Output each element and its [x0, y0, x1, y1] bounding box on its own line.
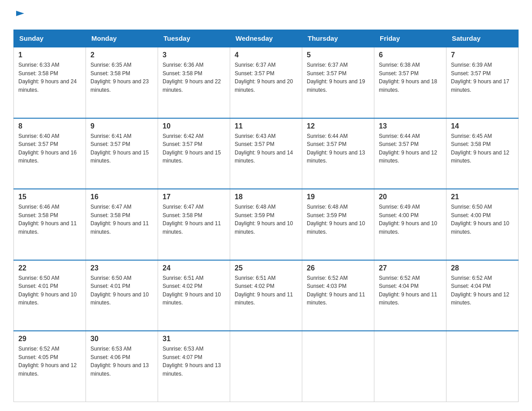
weekday-header-friday: Friday — [374, 30, 446, 47]
sunrise-label: Sunrise: 6:37 AM — [307, 62, 348, 68]
sunset-label: Sunset: 3:58 PM — [90, 212, 130, 218]
day-number: 22 — [18, 264, 81, 272]
daylight-label: Daylight: 9 hours and 11 minutes. — [379, 291, 437, 306]
sunrise-label: Sunrise: 6:33 AM — [18, 62, 59, 68]
daylight-label: Daylight: 9 hours and 10 minutes. — [90, 291, 149, 306]
sunrise-label: Sunrise: 6:40 AM — [18, 133, 59, 139]
day-info: Sunrise: 6:50 AM Sunset: 4:01 PM Dayligh… — [18, 274, 81, 307]
day-number: 14 — [451, 122, 514, 130]
sunrise-label: Sunrise: 6:42 AM — [163, 133, 203, 139]
sunset-label: Sunset: 3:59 PM — [307, 212, 347, 218]
day-number: 5 — [307, 51, 369, 59]
calendar-cell: 29 Sunrise: 6:52 AM Sunset: 4:05 PM Dayl… — [14, 331, 86, 402]
day-number: 29 — [18, 335, 81, 343]
sunset-label: Sunset: 3:58 PM — [18, 70, 58, 77]
day-number: 9 — [90, 122, 153, 130]
sunset-label: Sunset: 3:57 PM — [307, 141, 347, 147]
calendar-cell: 22 Sunrise: 6:50 AM Sunset: 4:01 PM Dayl… — [14, 260, 86, 331]
sunrise-label: Sunrise: 6:39 AM — [451, 62, 492, 68]
day-number: 20 — [379, 193, 442, 201]
day-info: Sunrise: 6:40 AM Sunset: 3:57 PM Dayligh… — [18, 132, 81, 165]
sunrise-label: Sunrise: 6:50 AM — [90, 275, 131, 281]
day-info: Sunrise: 6:50 AM Sunset: 4:01 PM Dayligh… — [90, 274, 153, 307]
calendar-week-2: 8 Sunrise: 6:40 AM Sunset: 3:57 PM Dayli… — [14, 118, 519, 189]
sunrise-label: Sunrise: 6:47 AM — [163, 204, 203, 210]
day-info: Sunrise: 6:48 AM Sunset: 3:59 PM Dayligh… — [307, 203, 369, 236]
day-info: Sunrise: 6:47 AM Sunset: 3:58 PM Dayligh… — [163, 203, 225, 236]
day-number: 23 — [90, 264, 153, 272]
day-number: 30 — [90, 335, 153, 343]
daylight-label: Daylight: 9 hours and 10 minutes. — [307, 220, 365, 235]
day-info: Sunrise: 6:51 AM Sunset: 4:02 PM Dayligh… — [235, 274, 297, 307]
calendar-cell — [374, 331, 446, 402]
sunrise-label: Sunrise: 6:48 AM — [235, 204, 275, 210]
sunrise-label: Sunrise: 6:52 AM — [307, 275, 348, 281]
sunrise-label: Sunrise: 6:45 AM — [451, 133, 492, 139]
calendar-cell: 5 Sunrise: 6:37 AM Sunset: 3:57 PM Dayli… — [302, 47, 374, 118]
sunset-label: Sunset: 3:58 PM — [90, 70, 130, 77]
day-number: 24 — [163, 264, 225, 272]
sunset-label: Sunset: 3:58 PM — [163, 70, 202, 77]
day-number: 25 — [235, 264, 297, 272]
calendar-cell — [230, 331, 302, 402]
day-info: Sunrise: 6:48 AM Sunset: 3:59 PM Dayligh… — [235, 203, 297, 236]
sunrise-label: Sunrise: 6:44 AM — [379, 133, 420, 139]
day-info: Sunrise: 6:50 AM Sunset: 4:00 PM Dayligh… — [451, 203, 514, 236]
sunset-label: Sunset: 4:07 PM — [163, 354, 202, 360]
daylight-label: Daylight: 9 hours and 23 minutes. — [90, 78, 149, 93]
sunrise-label: Sunrise: 6:36 AM — [163, 62, 203, 68]
day-number: 6 — [379, 51, 442, 59]
sunrise-label: Sunrise: 6:53 AM — [90, 346, 131, 352]
calendar-cell: 24 Sunrise: 6:51 AM Sunset: 4:02 PM Dayl… — [158, 260, 230, 331]
day-number: 16 — [90, 193, 153, 201]
calendar-cell — [446, 331, 519, 402]
day-number: 4 — [235, 51, 297, 59]
sunset-label: Sunset: 3:58 PM — [163, 212, 202, 218]
calendar-cell: 13 Sunrise: 6:44 AM Sunset: 3:57 PM Dayl… — [374, 118, 446, 189]
day-info: Sunrise: 6:52 AM Sunset: 4:04 PM Dayligh… — [379, 274, 442, 307]
day-info: Sunrise: 6:33 AM Sunset: 3:58 PM Dayligh… — [18, 61, 81, 94]
day-info: Sunrise: 6:46 AM Sunset: 3:58 PM Dayligh… — [18, 203, 81, 236]
day-number: 21 — [451, 193, 514, 201]
calendar-week-4: 22 Sunrise: 6:50 AM Sunset: 4:01 PM Dayl… — [14, 260, 519, 331]
day-number: 10 — [163, 122, 225, 130]
calendar-cell: 23 Sunrise: 6:50 AM Sunset: 4:01 PM Dayl… — [86, 260, 158, 331]
daylight-label: Daylight: 9 hours and 10 minutes. — [163, 291, 221, 306]
day-number: 27 — [379, 264, 442, 272]
daylight-label: Daylight: 9 hours and 15 minutes. — [163, 150, 221, 164]
calendar-header: SundayMondayTuesdayWednesdayThursdayFrid… — [14, 30, 519, 47]
sunset-label: Sunset: 3:57 PM — [235, 141, 275, 147]
calendar-week-1: 1 Sunrise: 6:33 AM Sunset: 3:58 PM Dayli… — [14, 47, 519, 118]
calendar-cell: 21 Sunrise: 6:50 AM Sunset: 4:00 PM Dayl… — [446, 189, 519, 260]
day-info: Sunrise: 6:37 AM Sunset: 3:57 PM Dayligh… — [307, 61, 369, 94]
svg-marker-0 — [16, 11, 24, 16]
day-number: 11 — [235, 122, 297, 130]
day-info: Sunrise: 6:41 AM Sunset: 3:57 PM Dayligh… — [90, 132, 153, 165]
sunrise-label: Sunrise: 6:51 AM — [163, 275, 203, 281]
sunrise-label: Sunrise: 6:49 AM — [379, 204, 420, 210]
daylight-label: Daylight: 9 hours and 10 minutes. — [18, 291, 77, 306]
day-number: 7 — [451, 51, 514, 59]
daylight-label: Daylight: 9 hours and 14 minutes. — [235, 150, 293, 164]
sunrise-label: Sunrise: 6:44 AM — [307, 133, 348, 139]
weekday-header-sunday: Sunday — [14, 30, 86, 47]
day-info: Sunrise: 6:39 AM Sunset: 3:57 PM Dayligh… — [451, 61, 514, 94]
calendar-cell: 20 Sunrise: 6:49 AM Sunset: 4:00 PM Dayl… — [374, 189, 446, 260]
daylight-label: Daylight: 9 hours and 13 minutes. — [307, 150, 365, 164]
logo-flag-icon — [14, 9, 27, 21]
calendar-cell: 18 Sunrise: 6:48 AM Sunset: 3:59 PM Dayl… — [230, 189, 302, 260]
daylight-label: Daylight: 9 hours and 17 minutes. — [451, 78, 509, 93]
sunset-label: Sunset: 3:58 PM — [451, 141, 491, 147]
calendar-body: 1 Sunrise: 6:33 AM Sunset: 3:58 PM Dayli… — [14, 47, 519, 402]
day-info: Sunrise: 6:37 AM Sunset: 3:57 PM Dayligh… — [235, 61, 297, 94]
calendar-cell: 1 Sunrise: 6:33 AM Sunset: 3:58 PM Dayli… — [14, 47, 86, 118]
calendar-cell: 28 Sunrise: 6:52 AM Sunset: 4:04 PM Dayl… — [446, 260, 519, 331]
day-info: Sunrise: 6:53 AM Sunset: 4:06 PM Dayligh… — [90, 345, 153, 378]
header — [13, 9, 519, 21]
calendar-cell: 9 Sunrise: 6:41 AM Sunset: 3:57 PM Dayli… — [86, 118, 158, 189]
sunset-label: Sunset: 3:57 PM — [451, 70, 491, 77]
daylight-label: Daylight: 9 hours and 22 minutes. — [163, 78, 221, 93]
day-number: 12 — [307, 122, 369, 130]
day-info: Sunrise: 6:44 AM Sunset: 3:57 PM Dayligh… — [307, 132, 369, 165]
day-number: 18 — [235, 193, 297, 201]
